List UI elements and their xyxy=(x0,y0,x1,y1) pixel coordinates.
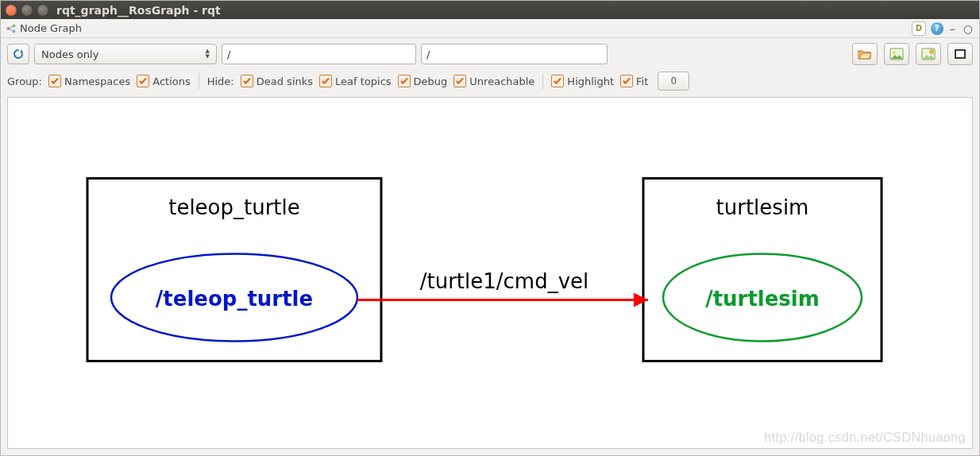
graph-plugin-icon xyxy=(6,23,17,34)
window-maximize-button[interactable] xyxy=(37,5,48,16)
checkbox-icon xyxy=(398,75,411,87)
checkbox-icon xyxy=(551,75,564,87)
namespace-filter-value: / xyxy=(227,48,230,60)
node-filter-select[interactable]: Nodes only ▲▼ xyxy=(34,44,217,64)
help-icon[interactable]: ? xyxy=(931,22,943,35)
svg-rect-10 xyxy=(956,51,964,57)
svg-point-6 xyxy=(893,51,895,53)
dead-sinks-checkbox[interactable]: Dead sinks xyxy=(241,75,313,87)
svg-point-8 xyxy=(930,50,934,54)
hide-label: Hide: xyxy=(207,75,234,87)
node-turtlesim-label: /turtlesim xyxy=(705,287,820,311)
image-save-icon xyxy=(889,48,904,60)
checkbox-icon xyxy=(453,75,466,87)
unreachable-checkbox[interactable]: Unreachable xyxy=(453,75,534,87)
svg-line-3 xyxy=(10,26,13,28)
namespaces-label: Namespaces xyxy=(64,75,130,87)
separator xyxy=(199,73,199,89)
expand-button[interactable] xyxy=(947,43,973,65)
checkbox-icon xyxy=(241,75,253,87)
separator xyxy=(542,73,543,89)
folder-open-icon xyxy=(858,48,872,60)
dead-sinks-label: Dead sinks xyxy=(257,75,313,87)
svg-point-0 xyxy=(6,27,10,30)
refresh-icon xyxy=(12,48,25,60)
unreachable-label: Unreachable xyxy=(469,75,534,87)
svg-point-2 xyxy=(13,29,16,33)
options-row: Group: Namespaces Actions Hide: Dead sin… xyxy=(1,68,979,97)
checkbox-icon xyxy=(319,75,332,87)
highlight-label: Highlight xyxy=(567,75,614,87)
svg-point-1 xyxy=(13,24,16,27)
debug-checkbox[interactable]: Debug xyxy=(398,75,448,87)
edge-cmd-vel-label: /turtle1/cmd_vel xyxy=(420,269,589,293)
group-label: Group: xyxy=(7,75,42,87)
graph-canvas[interactable]: teleop_turtle /teleop_turtle turtlesim /… xyxy=(7,97,973,449)
save-image-button[interactable] xyxy=(884,43,909,65)
image-export-icon xyxy=(921,48,936,60)
leaf-topics-checkbox[interactable]: Leaf topics xyxy=(319,75,392,87)
namespaces-checkbox[interactable]: Namespaces xyxy=(48,75,130,87)
titlebar: rqt_graph__RosGraph - rqt xyxy=(1,1,979,19)
checkbox-icon xyxy=(137,75,149,87)
checkbox-icon xyxy=(48,75,61,87)
group-teleop-turtle-label: teleop_turtle xyxy=(168,195,300,219)
group-turtlesim-label: turtlesim xyxy=(716,195,809,219)
nested-depth-value: 0 xyxy=(670,75,677,87)
refresh-button[interactable] xyxy=(7,44,29,64)
select-arrows-icon: ▲▼ xyxy=(206,48,210,60)
node-filter-value: Nodes only xyxy=(41,48,98,60)
fit-checkbox[interactable]: Fit xyxy=(620,75,648,87)
app-window: rqt_graph__RosGraph - rqt Node Graph D ?… xyxy=(0,0,980,456)
actions-checkbox[interactable]: Actions xyxy=(137,75,191,87)
panel-header: Node Graph D ? – ○ xyxy=(1,19,979,38)
fullscreen-icon xyxy=(954,48,966,60)
fit-label: Fit xyxy=(636,75,648,87)
undock-dash-icon[interactable]: – xyxy=(948,23,957,34)
window-minimize-button[interactable] xyxy=(21,5,33,16)
watermark: http://blog.csdn.net/CSDNhuaong xyxy=(764,431,966,445)
checkbox-icon xyxy=(620,75,633,87)
topic-filter-value: / xyxy=(426,48,430,60)
save-dot-button[interactable] xyxy=(916,43,941,65)
debug-badge[interactable]: D xyxy=(912,21,926,36)
edge-cmd-vel-arrowhead xyxy=(634,293,648,307)
namespace-filter-input[interactable]: / xyxy=(222,44,416,64)
panel-title: Node Graph xyxy=(20,22,82,34)
window-title: rqt_graph__RosGraph - rqt xyxy=(56,4,221,17)
svg-line-4 xyxy=(10,29,13,30)
undock-ring-icon[interactable]: ○ xyxy=(962,23,974,34)
nested-depth-button[interactable]: 0 xyxy=(658,71,689,91)
actions-label: Actions xyxy=(152,75,191,87)
highlight-checkbox[interactable]: Highlight xyxy=(551,75,614,87)
node-teleop-turtle-label: /teleop_turtle xyxy=(156,287,313,311)
topic-filter-input[interactable]: / xyxy=(421,44,608,64)
window-close-button[interactable] xyxy=(6,5,17,16)
open-button[interactable] xyxy=(852,43,878,65)
leaf-topics-label: Leaf topics xyxy=(335,75,392,87)
toolbar: Nodes only ▲▼ / / xyxy=(1,38,979,68)
debug-label: Debug xyxy=(414,75,448,87)
